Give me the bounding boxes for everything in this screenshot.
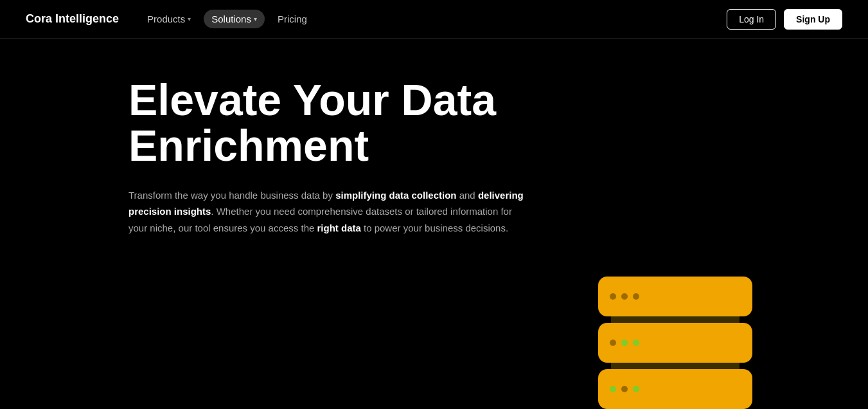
products-label: Products (147, 14, 185, 24)
products-chevron-icon: ▾ (188, 15, 191, 23)
signup-button[interactable]: Sign Up (784, 9, 842, 30)
login-button[interactable]: Log In (727, 9, 776, 30)
pricing-nav-item[interactable]: Pricing (270, 10, 315, 28)
card-bar-3 (598, 369, 752, 409)
desc-before-bold1: Transform the way you handle business da… (128, 190, 335, 201)
headline-line2: Enrichment (128, 121, 369, 170)
pricing-label: Pricing (278, 14, 307, 24)
connector-1 (611, 316, 740, 323)
main-content: Elevate Your Data Enrichment Transform t… (0, 39, 868, 409)
dot-1-3 (633, 293, 639, 300)
dot-2-1 (610, 340, 616, 346)
hero-description: Transform the way you handle business da… (128, 187, 527, 237)
dot-3-1 (610, 386, 616, 392)
solutions-nav-item[interactable]: Solutions ▾ (204, 10, 265, 28)
dot-2-2 (621, 340, 628, 346)
products-nav-item[interactable]: Products ▾ (139, 10, 199, 28)
navbar: Cora Intelligence Products ▾ Solutions ▾… (0, 0, 868, 39)
dot-2-3 (633, 340, 639, 346)
connector-2 (611, 363, 740, 369)
dot-3-3 (633, 386, 639, 392)
solutions-chevron-icon: ▾ (254, 15, 257, 23)
hero-headline: Elevate Your Data Enrichment (128, 77, 527, 169)
visual-cards-section (598, 277, 752, 409)
bold-phrase-3: right data (317, 223, 361, 233)
dot-1-2 (621, 293, 628, 300)
bold-phrase-1: simplifying data collection (335, 190, 456, 201)
desc-mid1: and (457, 190, 478, 201)
nav-links: Products ▾ Solutions ▾ Pricing (139, 10, 315, 28)
card-bar-1 (598, 277, 752, 316)
nav-right: Log In Sign Up (727, 9, 842, 30)
hero-text: Elevate Your Data Enrichment Transform t… (128, 71, 527, 236)
nav-left: Cora Intelligence Products ▾ Solutions ▾… (26, 10, 315, 28)
dot-1-1 (610, 293, 616, 300)
dot-3-2 (621, 386, 628, 392)
card-bar-2 (598, 323, 752, 363)
headline-line1: Elevate Your Data (128, 75, 496, 124)
solutions-label: Solutions (211, 14, 251, 24)
desc-end: to power your business decisions. (361, 223, 508, 233)
brand-logo: Cora Intelligence (26, 12, 119, 26)
